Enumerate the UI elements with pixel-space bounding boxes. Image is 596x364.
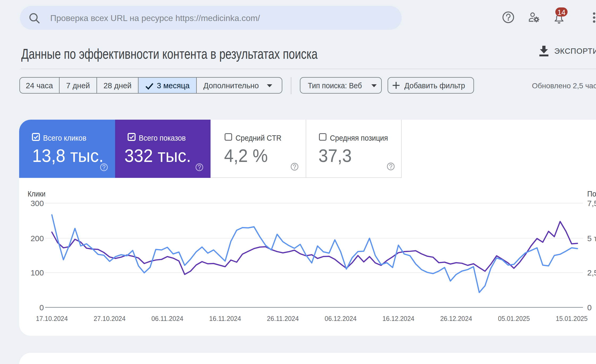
svg-text:17.10.2024: 17.10.2024 (36, 315, 68, 323)
svg-text:26.12.2024: 26.12.2024 (440, 315, 472, 323)
svg-text:06.11.2024: 06.11.2024 (152, 315, 183, 323)
svg-text:200: 200 (31, 234, 44, 243)
svg-text:05.01.2025: 05.01.2025 (498, 315, 530, 323)
svg-text:16.11.2024: 16.11.2024 (209, 315, 241, 323)
svg-text:Показы: Показы (587, 189, 596, 198)
svg-text:0: 0 (39, 303, 44, 312)
svg-text:100: 100 (31, 268, 44, 277)
svg-text:06.12.2024: 06.12.2024 (325, 315, 356, 323)
svg-text:16.12.2024: 16.12.2024 (383, 315, 414, 323)
svg-text:Клики: Клики (28, 189, 45, 198)
svg-text:300: 300 (31, 199, 44, 208)
svg-text:0: 0 (587, 303, 592, 312)
svg-text:7,5 тыс.: 7,5 тыс. (587, 199, 596, 208)
svg-text:26.11.2024: 26.11.2024 (267, 315, 299, 323)
svg-text:27.10.2024: 27.10.2024 (94, 315, 125, 323)
svg-text:2,5 тыс.: 2,5 тыс. (587, 268, 596, 277)
svg-text:15.01.2025: 15.01.2025 (556, 315, 587, 323)
svg-text:5 тыс.: 5 тыс. (587, 234, 596, 243)
